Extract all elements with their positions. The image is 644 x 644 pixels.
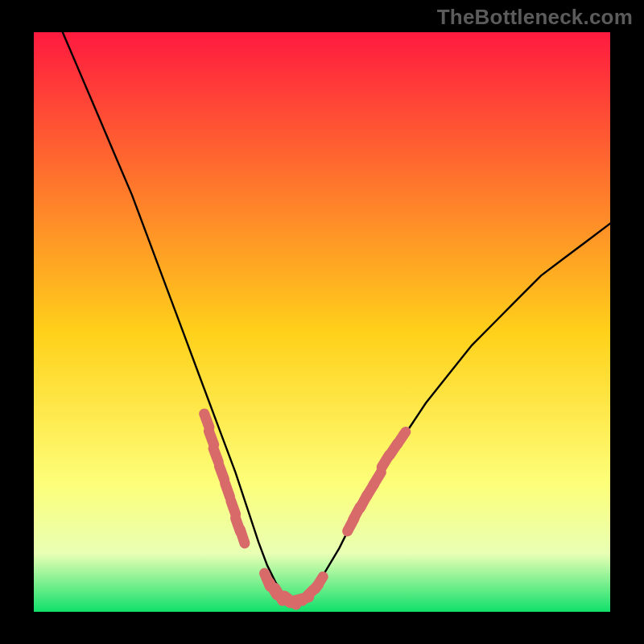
curve-marker [219,466,224,480]
curve-marker [240,530,245,543]
curve-marker [374,473,381,485]
curve-marker [208,431,213,445]
curve-marker [225,483,230,497]
curve-marker [213,448,218,462]
watermark-text: TheBottleneck.com [437,5,633,30]
chart-svg [0,0,644,644]
curve-marker [204,414,209,427]
plot-background [34,32,610,612]
curve-marker [231,501,236,514]
curve-marker [316,576,324,588]
curve-marker [398,432,406,444]
chart-frame: { "watermark": "TheBottleneck.com", "col… [0,0,644,644]
